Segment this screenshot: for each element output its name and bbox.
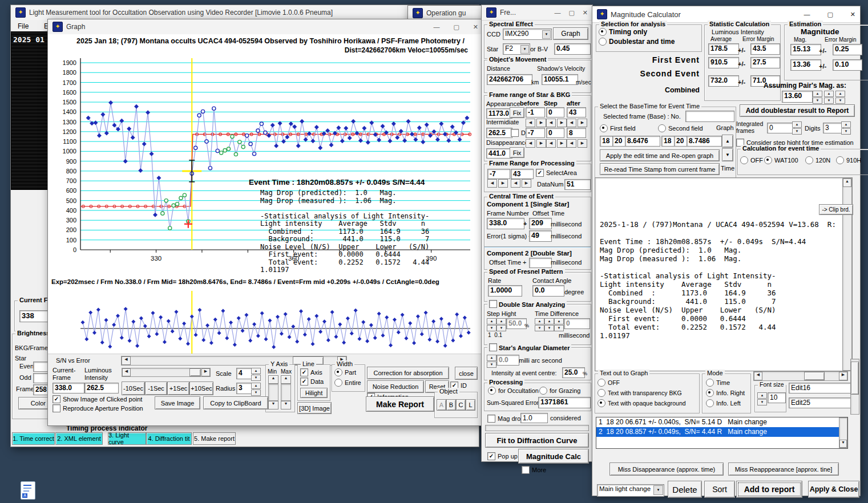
miss-disappearance-button[interactable]: Miss Disappearance (approx. time) (609, 463, 724, 476)
step2-field[interactable]: 0 (546, 128, 564, 138)
for-occultation-radio[interactable] (488, 387, 496, 395)
mode-time-radio[interactable] (706, 379, 714, 387)
second2-field[interactable]: 8.7486 (687, 136, 722, 147)
selectarea-checkbox[interactable]: ✓ (536, 169, 544, 177)
bv-field[interactable]: 0.45 (554, 43, 591, 55)
ymax-down-icon[interactable]: ▼ (281, 401, 291, 409)
digits-field[interactable]: 3 (823, 123, 843, 133)
calc-120n-radio[interactable] (805, 156, 813, 164)
object-c-button[interactable]: C (456, 399, 466, 411)
object-a-button[interactable]: A (437, 399, 446, 411)
minimize-icon[interactable]: — (433, 23, 439, 30)
graph-current-frame-field[interactable]: 338.0 (53, 383, 84, 394)
integrated-frames-field[interactable]: 0 (767, 123, 794, 133)
radius-spinner[interactable]: ▲▼ (251, 383, 261, 396)
maximize-icon[interactable]: ▢ (453, 23, 459, 31)
scale-spinner[interactable]: ▲▼ (251, 368, 261, 381)
minus-1sec-button[interactable]: -1Sec (145, 382, 167, 395)
correction-absorption-button[interactable]: Correction for absorption (367, 367, 449, 379)
first-event-error-field[interactable]: 43.5 (750, 43, 780, 55)
time-difference-field[interactable]: 0 (564, 318, 590, 329)
step1-field[interactable]: 0 (546, 107, 564, 117)
more-checkbox[interactable] (522, 466, 530, 474)
comp2-offset-field[interactable] (529, 258, 552, 268)
distance-field[interactable]: 242662706 (487, 74, 532, 85)
noise-reduction-button[interactable]: Noise Reduction (367, 380, 424, 393)
time-up-button[interactable]: ▲ (722, 135, 733, 148)
second-event-error-field[interactable]: 27.5 (750, 57, 780, 68)
clip-board-button[interactable]: -> Clip brd. (819, 204, 853, 215)
font-scrollbar-thumb[interactable] (804, 372, 825, 380)
tab-xml-element[interactable]: 2. XML element (55, 432, 103, 445)
apply-close-button[interactable]: Apply & Close (808, 481, 859, 498)
light-change-select[interactable]: Main light change▼ (597, 484, 664, 497)
tab-diffraction[interactable]: 4. Diffraction tit (146, 432, 192, 445)
rate-field[interactable]: 1.0000 (488, 285, 522, 297)
timing-only-radio[interactable] (599, 28, 607, 36)
magnitude2-field[interactable]: 13.36 (790, 59, 821, 71)
tab-time-correct[interactable]: 1. Time correct (12, 432, 55, 445)
slider-left-icon[interactable]: ◀ (122, 368, 131, 376)
disappearance-fix-button[interactable]: Fix (510, 147, 524, 158)
disappearance-field[interactable]: 441.0 (486, 148, 512, 159)
entire-radio[interactable] (334, 379, 342, 387)
second-event-average-field[interactable]: 910.5 (708, 57, 739, 68)
second1-field[interactable]: 8.6476 (625, 136, 660, 147)
report-scroll-up-icon[interactable]: ▲ (843, 179, 851, 187)
miss-reappearance-button[interactable]: Miss Reapppearance [approx. tine] (728, 463, 839, 476)
first-event-average-field[interactable]: 178.5 (708, 43, 739, 55)
ymin-track[interactable] (268, 384, 278, 401)
textout-opaque-radio[interactable] (597, 399, 605, 407)
frame-slider-thumb[interactable] (189, 368, 201, 376)
error2-field[interactable]: 0.10 (833, 59, 862, 71)
data-checkbox[interactable]: ✓ (300, 378, 308, 386)
maximize-icon[interactable]: ▢ (568, 9, 574, 17)
proc-from-field[interactable]: -7 (487, 169, 510, 179)
report-text-area[interactable]: 2025-1-18 / (797)Montana / UCAC4 494-052… (595, 177, 853, 371)
calc-wat100-radio[interactable] (764, 156, 772, 164)
copy-clipboard-button[interactable]: Copy to ClipBoard (203, 396, 268, 409)
scroll-left-icon[interactable]: ◀ (122, 356, 131, 365)
ymin-up-icon[interactable]: ▲ (268, 375, 278, 384)
double-star-checkbox[interactable] (489, 300, 497, 308)
magnitude1-field[interactable]: 15.13 (790, 44, 821, 55)
contact-angle-field[interactable]: 0.0 (532, 285, 564, 297)
close-icon[interactable]: ✕ (850, 11, 855, 18)
step-height-field[interactable]: 50.0 (506, 318, 527, 329)
doublestar-time-radio[interactable] (599, 38, 607, 46)
scroll-left-icon[interactable]: ◀ (754, 372, 762, 380)
scroll-right-icon[interactable]: ▶ (839, 372, 847, 380)
sort-button[interactable]: Sort (704, 481, 735, 498)
datanum-field[interactable]: 51 (564, 179, 591, 190)
offset-time-field[interactable]: 209 (529, 218, 552, 229)
font-size-field[interactable]: 10 (768, 392, 786, 403)
list-item[interactable]: 1 18 20 06.671 +/- 0.040s, S/N= 5.14 D M… (596, 417, 847, 427)
list-scroll-down-icon[interactable]: ▼ (839, 440, 847, 448)
video-frame[interactable]: 2025 01 (11, 31, 50, 190)
after2-field[interactable]: 8 (567, 128, 586, 138)
mag-drop-field[interactable]: 1.0 (520, 413, 548, 423)
close-icon[interactable]: ✕ (473, 23, 478, 31)
list-item-selected[interactable]: 2 18 20 08.857 +/- 0.049s, S/N= 4.44 R M… (596, 427, 847, 437)
fit-diffraction-button[interactable]: Fit to Diffraction Curve (485, 433, 589, 448)
ymax-up-icon[interactable]: ▲ (281, 375, 291, 384)
reproduce-aperture-checkbox[interactable] (53, 404, 60, 412)
appearance-field[interactable]: 1173.0 (486, 108, 512, 119)
spectral-graph-button[interactable]: Graph (553, 27, 588, 40)
font-scrollbar[interactable]: ◀ ▶ (753, 371, 848, 381)
ymax-track[interactable] (281, 384, 291, 401)
fresnel-titlebar[interactable]: ✦ Fre... — ▢ ✕ (482, 5, 592, 21)
axis-checkbox[interactable]: ✓ (300, 368, 308, 376)
reread-timestamp-button[interactable]: Re-read Time Stamp from current frame (600, 163, 720, 175)
for-grazing-radio[interactable] (539, 387, 547, 395)
delete-button[interactable]: Delete (668, 481, 702, 498)
frame-slider[interactable]: ◀ ▶ (122, 368, 211, 377)
sum-squared-field[interactable]: 1371861 (538, 397, 591, 408)
appearance-fix-button[interactable]: Fix (510, 107, 524, 118)
part-radio[interactable] (334, 368, 342, 376)
before2-field[interactable]: -7 (526, 128, 545, 138)
3d-image-button[interactable]: [3D] Image (297, 402, 332, 414)
time-down-button[interactable]: ▼ (722, 148, 733, 161)
intermediate-field[interactable]: 262.5 (486, 128, 512, 138)
close-graph-button[interactable]: close (455, 367, 478, 380)
